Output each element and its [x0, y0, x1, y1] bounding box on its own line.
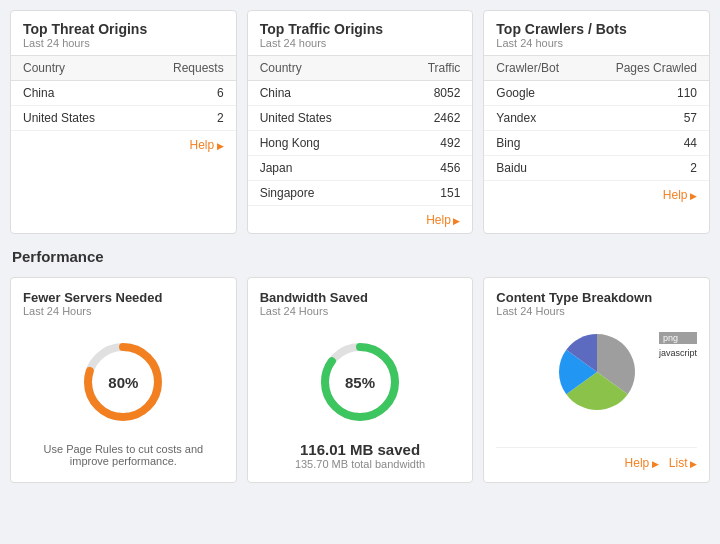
help-link[interactable]: Help: [426, 213, 460, 227]
donut-label: 85%: [345, 374, 375, 391]
col2-cell: 492: [389, 131, 472, 156]
pie-svg: [552, 327, 642, 417]
col2-header: Pages Crawled: [586, 56, 709, 81]
performance-title: Performance: [10, 244, 710, 269]
panel-footer: Help: [484, 181, 709, 208]
perf-panel-servers: Fewer Servers Needed Last 24 Hours 80% U…: [10, 277, 237, 483]
legend-js: javascript: [659, 348, 697, 358]
col2-cell: 151: [389, 181, 472, 206]
col1-cell: China: [11, 81, 137, 106]
help-link[interactable]: Help: [625, 456, 659, 470]
bw-value: 116.01 MB saved: [300, 441, 420, 458]
col1-header: Country: [11, 56, 137, 81]
table-row: United States 2462: [248, 106, 473, 131]
panel-table: Country Requests China 6 United States 2: [11, 55, 236, 131]
chart-area: 80% Use Page Rules to cut costs andimpro…: [23, 327, 224, 470]
panel-header: Top Crawlers / Bots Last 24 hours: [484, 11, 709, 55]
table-row: Yandex 57: [484, 106, 709, 131]
col1-cell: Baidu: [484, 156, 585, 181]
table-row: China 6: [11, 81, 236, 106]
perf-desc: Use Page Rules to cut costs andimprove p…: [44, 443, 204, 467]
help-link[interactable]: Help: [663, 188, 697, 202]
table-body: China 8052 United States 2462 Hong Kong …: [248, 81, 473, 206]
col1-cell: Google: [484, 81, 585, 106]
col2-cell: 57: [586, 106, 709, 131]
perf-panel-content: Content Type Breakdown Last 24 Hours png…: [483, 277, 710, 483]
donut-label: 80%: [108, 374, 138, 391]
perf-panel-bandwidth: Bandwidth Saved Last 24 Hours 85% 116.01…: [247, 277, 474, 483]
col2-header: Traffic: [389, 56, 472, 81]
perf-panel-subtitle: Last 24 Hours: [496, 305, 564, 317]
table-row: Hong Kong 492: [248, 131, 473, 156]
panel-threat: Top Threat Origins Last 24 hours Country…: [10, 10, 237, 234]
panel-crawlers: Top Crawlers / Bots Last 24 hours Crawle…: [483, 10, 710, 234]
perf-panel-subtitle: Last 24 Hours: [23, 305, 91, 317]
panel-subtitle: Last 24 hours: [260, 37, 461, 49]
panel-footer: Help: [248, 206, 473, 233]
table-row: Singapore 151: [248, 181, 473, 206]
col1-cell: China: [248, 81, 389, 106]
perf-panel-title: Fewer Servers Needed: [23, 290, 162, 305]
table-header-row: Country Traffic: [248, 56, 473, 81]
panel-table: Crawler/Bot Pages Crawled Google 110 Yan…: [484, 55, 709, 181]
panel-traffic: Top Traffic Origins Last 24 hours Countr…: [247, 10, 474, 234]
donut-chart: 85%: [315, 337, 405, 427]
main-container: Top Threat Origins Last 24 hours Country…: [0, 0, 720, 493]
pie-wrapper: png javascript: [496, 327, 697, 417]
col2-header: Requests: [137, 56, 235, 81]
col2-cell: 456: [389, 156, 472, 181]
table-body: Google 110 Yandex 57 Bing 44 Baidu 2: [484, 81, 709, 181]
perf-panels-row: Fewer Servers Needed Last 24 Hours 80% U…: [10, 277, 710, 483]
panel-title: Top Traffic Origins: [260, 21, 461, 37]
panel-header: Top Traffic Origins Last 24 hours: [248, 11, 473, 55]
table-header-row: Country Requests: [11, 56, 236, 81]
table-row: Baidu 2: [484, 156, 709, 181]
table-row: China 8052: [248, 81, 473, 106]
panel-footer: Help: [11, 131, 236, 158]
col1-cell: Bing: [484, 131, 585, 156]
panel-header: Top Threat Origins Last 24 hours: [11, 11, 236, 55]
performance-section: Performance Fewer Servers Needed Last 24…: [10, 244, 710, 483]
col2-cell: 2462: [389, 106, 472, 131]
table-header-row: Crawler/Bot Pages Crawled: [484, 56, 709, 81]
table-body: China 6 United States 2: [11, 81, 236, 131]
col1-cell: Hong Kong: [248, 131, 389, 156]
panel-title: Top Threat Origins: [23, 21, 224, 37]
perf-panel-title: Bandwidth Saved: [260, 290, 368, 305]
panel-subtitle: Last 24 hours: [23, 37, 224, 49]
legend-png: png: [659, 332, 697, 344]
chart-area: 85% 116.01 MB saved135.70 MB total bandw…: [260, 327, 461, 470]
table-row: Google 110: [484, 81, 709, 106]
table-row: Japan 456: [248, 156, 473, 181]
col2-cell: 8052: [389, 81, 472, 106]
table-row: Bing 44: [484, 131, 709, 156]
col1-cell: United States: [11, 106, 137, 131]
perf-panel-title: Content Type Breakdown: [496, 290, 652, 305]
help-link[interactable]: Help: [189, 138, 223, 152]
col2-cell: 2: [586, 156, 709, 181]
donut-chart: 80%: [78, 337, 168, 427]
pie-chart-area: png javascript: [496, 327, 697, 447]
col2-cell: 2: [137, 106, 235, 131]
col2-cell: 110: [586, 81, 709, 106]
col1-header: Crawler/Bot: [484, 56, 585, 81]
panel-table: Country Traffic China 8052 United States…: [248, 55, 473, 206]
col1-cell: Singapore: [248, 181, 389, 206]
col2-cell: 44: [586, 131, 709, 156]
col1-cell: United States: [248, 106, 389, 131]
panel-title: Top Crawlers / Bots: [496, 21, 697, 37]
table-row: United States 2: [11, 106, 236, 131]
panel-subtitle: Last 24 hours: [496, 37, 697, 49]
pie-legend: png javascript: [659, 332, 697, 358]
bw-total: 135.70 MB total bandwidth: [295, 458, 425, 470]
top-panels-row: Top Threat Origins Last 24 hours Country…: [10, 10, 710, 234]
col1-cell: Japan: [248, 156, 389, 181]
perf-panel-subtitle: Last 24 Hours: [260, 305, 328, 317]
col2-cell: 6: [137, 81, 235, 106]
col1-header: Country: [248, 56, 389, 81]
perf-panel-footer: Help List: [496, 447, 697, 470]
list-link[interactable]: List: [669, 456, 697, 470]
col1-cell: Yandex: [484, 106, 585, 131]
